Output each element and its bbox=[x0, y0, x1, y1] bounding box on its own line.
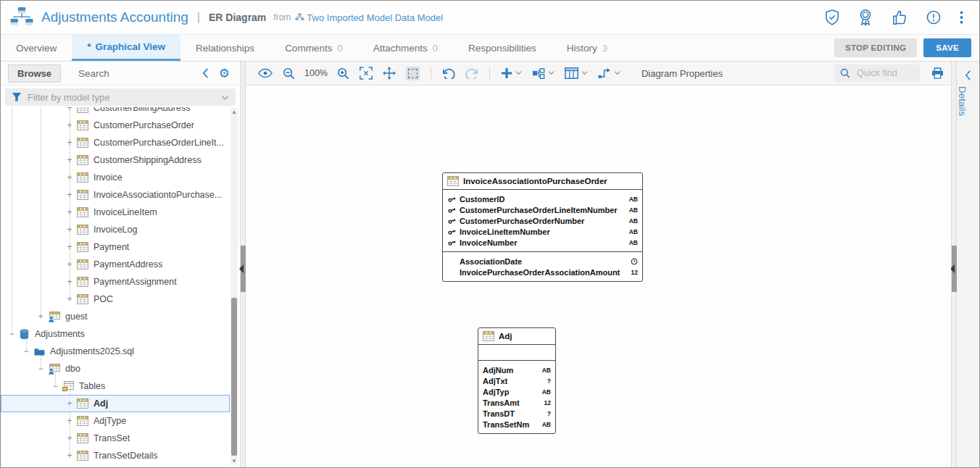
add-object-icon[interactable] bbox=[501, 67, 522, 79]
thumbs-up-icon[interactable] bbox=[892, 9, 908, 25]
entity-attribute-row[interactable]: InvoicePurchaseOrderAssociationAmount12 bbox=[447, 267, 638, 277]
tree-item-invoicelog[interactable]: +InvoiceLog bbox=[1, 221, 230, 238]
entity-attribute-row[interactable]: AdjTxt? bbox=[483, 375, 551, 386]
entity-invoiceassociationtopurchaseorder[interactable]: InvoiceAssociationtoPurchaseOrderCustome… bbox=[442, 172, 643, 282]
tree-expander[interactable]: + bbox=[65, 259, 75, 269]
model-title[interactable]: Adjustments Accounting bbox=[41, 9, 188, 25]
entity-attribute-row[interactable]: CustomerPurchaseOrderNumberAB bbox=[447, 215, 638, 226]
tree-item-adjustments[interactable]: −Adjustments bbox=[1, 325, 230, 343]
expand-details-icon[interactable] bbox=[965, 70, 972, 80]
tree-expander[interactable]: − bbox=[7, 329, 17, 339]
collapse-sidebar-icon[interactable] bbox=[202, 68, 209, 78]
tree-expander[interactable]: + bbox=[65, 155, 75, 165]
redo-icon[interactable] bbox=[465, 67, 478, 79]
zoom-in-icon[interactable] bbox=[337, 67, 349, 80]
tree-item-customershippingaddress[interactable]: +CustomerShippingAddress bbox=[1, 151, 230, 169]
details-panel-label[interactable]: Details bbox=[957, 86, 968, 116]
tree-scrollbar[interactable]: ▲ ▼ bbox=[231, 108, 238, 465]
tree-item-adjtype[interactable]: +AdjType bbox=[1, 412, 230, 430]
fit-to-screen-icon[interactable] bbox=[360, 67, 373, 80]
tree-expander[interactable]: + bbox=[65, 120, 75, 130]
tree-expander[interactable]: + bbox=[65, 433, 75, 443]
entity-attribute-row[interactable]: TransSetNmAB bbox=[483, 419, 551, 430]
entity-attribute-row[interactable]: AdjTypAB bbox=[483, 386, 551, 397]
source-model-link[interactable]: Two Imported Model Data Model bbox=[295, 12, 443, 23]
scroll-down-arrow[interactable]: ▼ bbox=[231, 458, 237, 464]
scroll-thumb[interactable] bbox=[231, 298, 237, 456]
tree-expander[interactable]: + bbox=[36, 312, 46, 322]
entity-header[interactable]: Adj bbox=[478, 328, 555, 345]
tree-expander[interactable]: + bbox=[65, 138, 75, 148]
auto-layout-icon[interactable] bbox=[532, 67, 555, 80]
diagram-canvas[interactable]: InvoiceAssociationtoPurchaseOrderCustome… bbox=[246, 85, 951, 467]
entity-attribute-row[interactable]: CustomerPurchaseOrderLineItemNumberAB bbox=[447, 204, 638, 215]
tree-expander[interactable]: + bbox=[65, 242, 75, 252]
tree-item-transsetdetails[interactable]: +TransSetDetails bbox=[1, 447, 230, 464]
zoom-level[interactable]: 100% bbox=[304, 68, 328, 78]
print-icon[interactable] bbox=[931, 67, 944, 79]
save-button[interactable]: SAVE bbox=[923, 38, 971, 57]
entity-attribute-row[interactable]: InvoiceLineItemNumberAB bbox=[447, 226, 638, 237]
entity-attribute-row[interactable]: AdjNumAB bbox=[483, 364, 551, 375]
tree-item-paymentassignment[interactable]: +PaymentAssignment bbox=[1, 273, 230, 291]
tree-expander[interactable]: − bbox=[50, 381, 60, 391]
gear-icon[interactable]: ⚙ bbox=[219, 67, 230, 80]
tree-expander[interactable]: + bbox=[65, 398, 75, 409]
tab-comments[interactable]: Comments0 bbox=[270, 35, 358, 61]
zoom-out-icon[interactable] bbox=[283, 67, 295, 80]
alert-circle-icon[interactable] bbox=[926, 10, 941, 25]
table-view-icon[interactable] bbox=[565, 67, 588, 79]
tree-item-paymentaddress[interactable]: +PaymentAddress bbox=[1, 256, 230, 273]
tree-expander[interactable]: − bbox=[36, 364, 46, 374]
tree-item-invoice[interactable]: +Invoice bbox=[1, 169, 230, 186]
award-icon[interactable] bbox=[858, 9, 873, 26]
entity-header[interactable]: InvoiceAssociationtoPurchaseOrder bbox=[443, 173, 642, 190]
tree-item-customerpurchaseorderlineit-[interactable]: +CustomerPurchaseOrderLineIt... bbox=[1, 134, 230, 151]
tree-item-tables[interactable]: −Tables bbox=[1, 377, 230, 395]
search-tab[interactable]: Search bbox=[78, 68, 109, 79]
relationship-connector-icon[interactable] bbox=[598, 67, 620, 79]
entity-adj[interactable]: AdjAdjNumABAdjTxt?AdjTypABTransAmt12Tran… bbox=[478, 327, 556, 434]
entity-attribute-row[interactable]: TransDT? bbox=[483, 408, 551, 419]
tree-item-poc[interactable]: +POC bbox=[1, 291, 230, 308]
quick-find-box[interactable] bbox=[834, 64, 920, 82]
shield-check-icon[interactable] bbox=[825, 9, 839, 25]
selection-tool-icon[interactable] bbox=[406, 67, 420, 80]
tree-item-customerpurchaseorder[interactable]: +CustomerPurchaseOrder bbox=[1, 117, 230, 134]
tree-item-guest[interactable]: +guest bbox=[1, 308, 230, 325]
tree-expander[interactable]: + bbox=[65, 172, 75, 183]
scroll-up-arrow[interactable]: ▲ bbox=[231, 109, 237, 115]
diagram-properties-link[interactable]: Diagram Properties bbox=[641, 68, 723, 79]
tree-item-invoiceassociationtopurchase-[interactable]: +InvoiceAssociationtoPurchase... bbox=[1, 186, 230, 204]
model-type-filter[interactable]: Filter by model type bbox=[5, 88, 236, 106]
tree-item-adj[interactable]: +Adj bbox=[1, 395, 230, 412]
entity-attribute-row[interactable]: InvoiceNumberAB bbox=[447, 237, 638, 248]
tree-item-adjustments2025-sql[interactable]: −Adjustments2025.sql bbox=[1, 343, 230, 360]
tree-expander[interactable]: + bbox=[65, 225, 75, 235]
tab-relationships[interactable]: Relationships bbox=[180, 35, 270, 61]
entity-attribute-row[interactable]: CustomerIDAB bbox=[447, 193, 638, 204]
visibility-eye-icon[interactable] bbox=[258, 68, 273, 78]
tab-responsibilities[interactable]: Responsibilities bbox=[453, 35, 552, 61]
stop-editing-button[interactable]: STOP EDITING bbox=[834, 38, 917, 57]
tree-expander[interactable]: + bbox=[65, 190, 75, 200]
kebab-menu-icon[interactable] bbox=[960, 10, 963, 25]
tree-expander[interactable]: + bbox=[65, 416, 75, 426]
tree-expander[interactable]: + bbox=[65, 277, 75, 287]
tab-overview[interactable]: Overview bbox=[1, 35, 72, 61]
tree-item-payment[interactable]: +Payment bbox=[1, 238, 230, 256]
tab-history[interactable]: History3 bbox=[552, 35, 623, 61]
tree-item-invoicelineitem[interactable]: +InvoiceLineItem bbox=[1, 204, 230, 221]
browse-tab[interactable]: Browse bbox=[8, 64, 61, 83]
entity-attribute-row[interactable]: TransAmt12 bbox=[483, 397, 551, 408]
tree-expander[interactable]: + bbox=[65, 294, 75, 304]
undo-icon[interactable] bbox=[442, 67, 455, 79]
tree-expander[interactable]: − bbox=[21, 346, 31, 356]
tree-expander[interactable]: + bbox=[65, 207, 75, 217]
tree-expander[interactable]: + bbox=[65, 107, 75, 113]
tree-item-customerbillingaddress[interactable]: +CustomerBillingAddress bbox=[1, 107, 230, 117]
tree-item-transset[interactable]: +TransSet bbox=[1, 430, 230, 447]
tree-item-dbo[interactable]: −dbo bbox=[1, 360, 230, 377]
tab-graphical-view[interactable]: *Graphical View bbox=[72, 35, 180, 61]
tab-attachments[interactable]: Attachments0 bbox=[358, 35, 453, 61]
